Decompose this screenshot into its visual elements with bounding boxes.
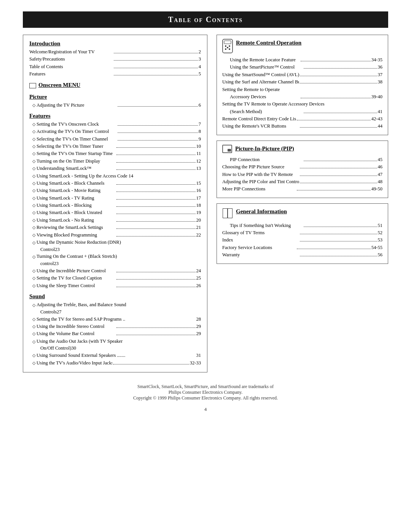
toc-viewing-blocked: ◇ Viewing Blocked Programming 22 — [29, 232, 201, 239]
remote-control-heading: Remote Control Operation — [236, 40, 301, 46]
svg-point-4 — [225, 48, 226, 50]
svg-rect-11 — [223, 209, 227, 218]
toc-table-of-contents: Table of Contents 4 — [29, 63, 201, 70]
toc-smartlock-no-rating: ◇ Using SmartLock - No Rating 20 — [29, 217, 201, 224]
remote-control-icon — [222, 39, 233, 55]
toc-surf-alt-channel: Using the Surf and Alternate Channel But… — [222, 78, 382, 86]
menu-icon — [29, 83, 36, 88]
pip-icon — [222, 145, 232, 155]
toc-smartlock-review: ◇ Reviewing the SmartLock Settings 21 — [29, 224, 201, 231]
onscreen-menu-heading: Onscreen MENU — [38, 82, 80, 88]
toc-sleep-timer: ◇ Using the Sleep Timer Control 26 — [29, 282, 201, 289]
general-info-box: General Information Tips if Something Is… — [217, 203, 388, 264]
toc-on-timer-tuner: ◇ Selecting the TV's On Timer Tuner 10 — [29, 143, 201, 150]
right-column: Remote Control Operation Using the Remot… — [217, 35, 388, 269]
toc-pip-color-tint: Adjusting the PIP Color and Tint Control… — [222, 178, 382, 185]
toc-features-intro: Features 5 — [29, 70, 201, 78]
toc-audio-out-jacks: ◇ Using the Audio Out Jacks (with TV Spe… — [29, 338, 201, 352]
toc-smartpicture-control: Using the SmartPicture™ Control 36 — [222, 64, 382, 71]
introduction-heading: Introduction — [29, 40, 201, 47]
general-info-header: General Information — [222, 208, 382, 220]
toc-dnr: ◇ Using the Dynamic Noise Reduction (DNR… — [29, 239, 201, 253]
toc-setting-remote-accessory: Setting the TV Remote to Operate Accesso… — [222, 101, 382, 108]
toc-surround-sound: ◇ Using Surround Sound External Speakers… — [29, 352, 201, 359]
toc-factory-service: Factory Service Locations 54-55 — [222, 244, 382, 251]
svg-rect-12 — [228, 209, 232, 218]
svg-point-6 — [227, 47, 228, 48]
toc-closed-caption: ◇ Setting the TV for Closed Caption 25 — [29, 275, 201, 282]
toc-on-timer-display: ◇ Turning on the On Timer Display 12 — [29, 158, 201, 165]
pip-box: Picture-In-Picture (PIP) PIP Connection … — [217, 141, 388, 198]
svg-point-5 — [229, 48, 230, 50]
toc-search-method: (Search Method) 41 — [222, 108, 382, 115]
left-column: Introduction Welcome/Registration of You… — [23, 35, 207, 372]
toc-tips-something-wrong: Tips if Something Isn't Working 51 — [222, 222, 382, 229]
toc-smartlock-movie-rating: ◇ Using SmartLock - Movie Rating 16 — [29, 187, 201, 194]
toc-contrast: ◇ Turning On the Contrast + (Black Stret… — [29, 253, 201, 267]
toc-onscreen-clock: ◇ Setting the TV's Onscreen Clock 7 — [29, 121, 201, 128]
toc-pip-tv-remote: How to Use PIP with the TV Remote 47 — [222, 171, 382, 178]
toc-incredible-picture: ◇ Using the Incredible Picture Control 2… — [29, 267, 201, 275]
main-content: Introduction Welcome/Registration of You… — [23, 35, 388, 372]
toc-pip-picture-source: Choosing the PIP Picture Source 46 — [222, 163, 382, 171]
toc-index: Index 53 — [222, 236, 382, 244]
toc-smartlock-blocking: ◇ Using SmartLock - Blocking 18 — [29, 202, 201, 209]
toc-welcome: Welcome/Registration of Your TV 2 — [29, 48, 201, 56]
toc-remote-locator: Using the Remote Locator Feature 34-35 — [222, 56, 382, 64]
toc-adjusting-picture: ◇ Adjusting the TV Picture 6 — [29, 102, 201, 109]
page-number: 4 — [23, 406, 388, 412]
toc-smartlock-access-code: ◇ Using SmartLock - Setting Up the Acces… — [29, 173, 201, 180]
pip-header: Picture-In-Picture (PIP) — [222, 145, 382, 155]
remote-control-header: Remote Control Operation — [222, 40, 382, 55]
toc-incredible-stereo: ◇ Using the Incredible Stereo Control 29 — [29, 323, 201, 330]
svg-point-3 — [229, 45, 230, 47]
svg-point-2 — [225, 45, 226, 47]
toc-treble-bass: ◇ Adjusting the Treble, Bass, and Balanc… — [29, 301, 201, 316]
toc-on-timer-control: ◇ Activating the TV's On Timer Control 8 — [29, 128, 201, 135]
introduction-entries: Welcome/Registration of Your TV 2 Safety… — [29, 48, 201, 78]
toc-setting-remote-operate: Setting the Remote to Operate — [222, 86, 382, 93]
remote-control-box: Remote Control Operation Using the Remot… — [217, 35, 388, 135]
toc-pip-connection: PIP Connection 45 — [222, 156, 382, 163]
toc-stereo-sap: ◇ Setting the TV for Stereo and SAP Prog… — [29, 316, 201, 323]
sound-heading: Sound — [29, 293, 201, 300]
features-heading: Features — [29, 113, 201, 119]
toc-warranty: Warranty 56 — [222, 251, 382, 259]
toc-smartlock-understanding: ◇ Understanding SmartLock™ 13 — [29, 165, 201, 172]
toc-safety: Safety/Precautions 3 — [29, 56, 201, 63]
toc-more-pip: More PIP Connections 49-50 — [222, 185, 382, 193]
svg-rect-8 — [228, 149, 231, 152]
toc-smartlock-block-unrated: ◇ Using SmartLock - Block Unrated 19 — [29, 209, 201, 216]
toc-volume-bar: ◇ Using the Volume Bar Control 29 — [29, 330, 201, 337]
pip-heading: Picture-In-Picture (PIP) — [235, 145, 294, 152]
toc-vcr-buttons: Using the Remote's VCR Buttons 44 — [222, 123, 382, 130]
toc-accessory-devices: Accessory Devices 39-40 — [222, 93, 382, 101]
toc-smartlock-block-channels: ◇ Using SmartLock - Block Channels 15 — [29, 180, 201, 187]
onscreen-menu-header: Onscreen MENU — [29, 82, 201, 90]
toc-glossary: Glossary of TV Terms 52 — [222, 229, 382, 236]
book-icon — [222, 208, 233, 220]
picture-heading: Picture — [29, 94, 201, 100]
toc-on-timer-channel: ◇ Selecting the TV's On Timer Channel 9 — [29, 136, 201, 143]
toc-on-timer-startup: ◇ Setting the TV's On Timer Startup Time… — [29, 150, 201, 157]
toc-smartsound-control: Using the SmartSound™ Control (AVL) 37 — [222, 71, 382, 78]
page-title: Table of Contents — [23, 11, 388, 28]
svg-rect-1 — [224, 41, 231, 44]
toc-direct-entry-code: Remote Control Direct Entry Code List 42… — [222, 115, 382, 123]
toc-smartlock-tv-rating: ◇ Using SmartLock - TV Rating 17 — [29, 195, 201, 202]
general-info-heading: General Information — [236, 208, 287, 215]
footnote: SmartClock, SmartLock, SmartPicture, and… — [23, 384, 388, 401]
toc-audio-video-jacks: ◇ Using the TV's Audio/Video Input Jacks… — [29, 359, 201, 367]
